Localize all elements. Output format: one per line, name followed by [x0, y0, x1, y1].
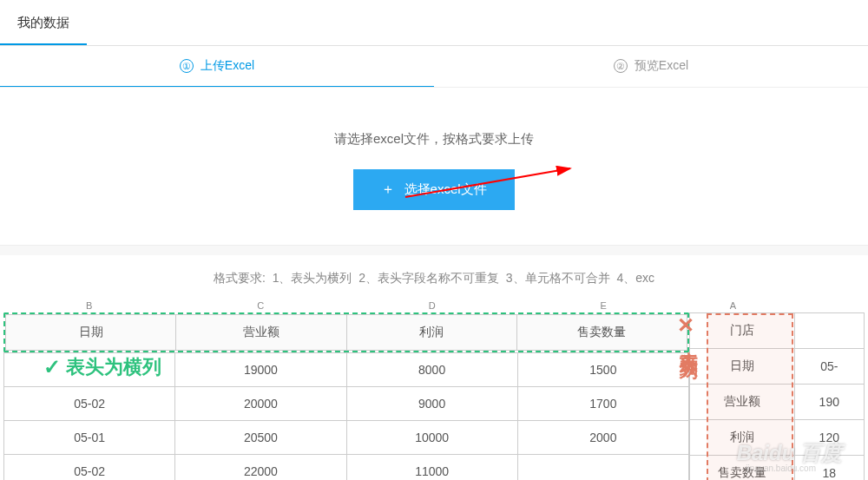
- table-row: 05-0120500100002000: [4, 421, 689, 455]
- main-tabs: 我的数据: [0, 3, 868, 46]
- th-profit: 利润: [346, 315, 516, 351]
- x-icon: ✕: [677, 313, 696, 338]
- watermark-sub: jingyan.baidu.com: [746, 464, 816, 473]
- format-requirements: 格式要求: 1、表头为横列 2、表头字段名称不可重复 3、单元格不可合并 4、e…: [0, 255, 868, 300]
- format-rule-2: 2、表头字段名称不可重复: [358, 271, 499, 285]
- check-icon: ✓: [43, 355, 61, 379]
- col-letter: E: [518, 300, 690, 311]
- step-1-label: 上传Excel: [201, 58, 254, 72]
- th-revenue: 营业额: [176, 315, 346, 351]
- select-file-label: 选择excel文件: [404, 181, 487, 196]
- good-table-header: 日期 营业额 利润 售卖数量: [5, 314, 687, 351]
- col-letter: B: [3, 300, 175, 311]
- good-badge-text: 表头为横列: [66, 354, 161, 380]
- col-letters: B C D E: [3, 300, 689, 312]
- tab-my-data[interactable]: 我的数据: [0, 3, 87, 45]
- divider: [0, 245, 868, 255]
- th-date: 日期: [6, 315, 176, 351]
- col-letter: D: [346, 300, 518, 311]
- bad-badge-text: 表头不可纵列: [677, 338, 701, 348]
- upload-hint: 请选择excel文件，按格式要求上传: [0, 131, 868, 148]
- table-row: 门店: [690, 313, 865, 349]
- format-rule-1: 1、表头为横列: [273, 271, 352, 285]
- table-row: 05-022200011000: [4, 455, 689, 481]
- table-row: 日期05-: [690, 349, 865, 385]
- upload-area: 请选择excel文件，按格式要求上传 ＋ 选择excel文件: [0, 88, 868, 245]
- col-letter: C: [175, 300, 347, 311]
- table-row: 营业额190: [690, 385, 865, 420]
- th-qty: 售卖数量: [516, 315, 687, 351]
- step-upload[interactable]: ① 上传Excel: [0, 46, 434, 87]
- format-rule-3: 3、单元格不可合并: [506, 271, 610, 285]
- step-preview[interactable]: ② 预览Excel: [434, 46, 868, 87]
- plus-icon: ＋: [381, 181, 395, 196]
- step-bar: ① 上传Excel ② 预览Excel: [0, 46, 868, 88]
- step-2-label: 预览Excel: [635, 58, 688, 72]
- col-letters: A: [689, 300, 865, 312]
- col-letter: [777, 300, 865, 311]
- bad-badge: ✕ 表头不可纵列: [677, 313, 701, 348]
- col-letter: A: [689, 300, 777, 311]
- step-1-num-icon: ①: [180, 59, 194, 73]
- good-badge: ✓ 表头为横列: [43, 354, 161, 380]
- select-file-button[interactable]: ＋ 选择excel文件: [353, 169, 514, 210]
- table-row: 05-022000090001700: [4, 387, 689, 421]
- good-example-table: B C D E 日期 营业额 利润 售卖数量 1900080001500: [3, 300, 689, 480]
- format-rule-4: 4、exc: [616, 271, 654, 285]
- format-prefix: 格式要求:: [214, 271, 266, 285]
- step-2-num-icon: ②: [614, 59, 628, 73]
